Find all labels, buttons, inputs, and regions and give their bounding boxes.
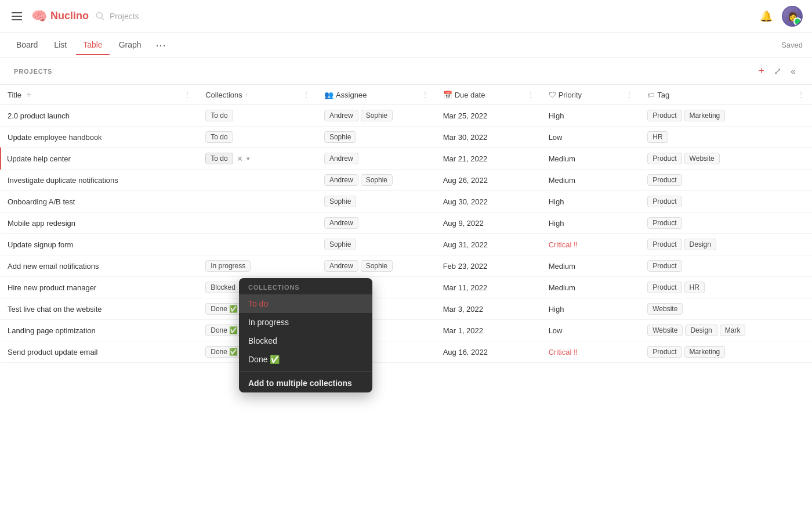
due-date-col-menu-icon[interactable]: ⋮	[527, 90, 535, 99]
tag-chip: Product	[647, 196, 682, 207]
due-date-col-icon: 📅	[443, 91, 452, 99]
row-title: Landing page optimization	[8, 326, 96, 335]
collection-cell[interactable]: To do	[198, 105, 317, 127]
collection-cell[interactable]	[198, 212, 317, 234]
title-cell[interactable]: Update help center	[1, 148, 198, 170]
dropdown-add-multiple[interactable]: Add to multiple collections	[239, 374, 372, 392]
title-cell[interactable]: Onboarding A/B test	[1, 191, 198, 212]
collection-cell[interactable]	[198, 170, 317, 191]
collection-cell[interactable]: To do	[198, 127, 317, 148]
priority-cell: Low	[542, 320, 641, 341]
priority-cell: Critical ‼	[542, 341, 641, 363]
user-avatar[interactable]: 👩	[782, 6, 803, 27]
assignee-cell[interactable]: AndrewSophie	[317, 105, 436, 127]
tag-cell[interactable]: ProductDesign	[640, 234, 812, 255]
assignee-chip: Sophie	[361, 110, 393, 121]
table-row: Onboarding A/B testSophieAug 30, 2022Hig…	[1, 191, 812, 212]
tag-cell[interactable]: ProductHR	[640, 277, 812, 298]
collection-cell[interactable]	[198, 234, 317, 255]
title-cell[interactable]: Hire new product manager	[1, 277, 198, 298]
assignee-chip: Sophie	[324, 239, 356, 250]
collections-sort-icon[interactable]: ↑	[245, 91, 248, 98]
tag-chip: Product	[647, 153, 682, 164]
tab-list[interactable]: List	[47, 35, 74, 55]
tag-cell[interactable]: WebsiteDesignMark	[640, 320, 812, 341]
collapse-button[interactable]: «	[788, 65, 798, 78]
table-row: 2.0 product launchTo doAndrewSophieMar 2…	[1, 105, 812, 127]
col-assignee: 👥 Assignee ⋮	[317, 85, 436, 105]
search-bar[interactable]: Projects	[96, 12, 139, 21]
tag-cell[interactable]: Product	[640, 170, 812, 191]
priority-cell: High	[542, 212, 641, 234]
title-cell[interactable]: Send product update email	[1, 341, 198, 363]
collection-badge: To do	[205, 110, 233, 121]
notification-bell-icon[interactable]: 🔔	[760, 10, 773, 23]
assignee-cell[interactable]: AndrewSophie	[317, 170, 436, 191]
collection-badge: Blocked	[205, 282, 241, 293]
collections-col-menu-icon[interactable]: ⋮	[302, 90, 310, 99]
add-item-button[interactable]: +	[756, 64, 767, 78]
tag-cell[interactable]: ProductWebsite	[640, 148, 812, 170]
assignee-cell[interactable]: Sophie	[317, 191, 436, 212]
title-cell[interactable]: 2.0 product launch	[1, 105, 198, 127]
tag-chip: Product	[647, 217, 682, 229]
tab-graph[interactable]: Graph	[112, 35, 148, 55]
col-title: Title + ⋮	[1, 85, 198, 105]
tag-cell[interactable]: ProductMarketing	[640, 341, 812, 363]
dropdown-header: COLLECTIONS	[239, 278, 372, 294]
title-cell[interactable]: Investigate duplicate notifications	[1, 170, 198, 191]
tag-chip: Product	[647, 110, 682, 121]
add-col-icon[interactable]: +	[26, 89, 31, 100]
projects-actions: + ⤢ «	[756, 64, 798, 78]
title-cell[interactable]: Landing page optimization	[1, 320, 198, 341]
assignee-cell[interactable]: AndrewSophie	[317, 255, 436, 277]
dropdown-item-done[interactable]: Done ✅	[239, 350, 372, 369]
tag-cell[interactable]: Website	[640, 298, 812, 320]
title-cell[interactable]: Mobile app redesign	[1, 212, 198, 234]
assignee-col-menu-icon[interactable]: ⋮	[421, 90, 429, 99]
tag-col-menu-icon[interactable]: ⋮	[797, 90, 805, 99]
assignee-cell[interactable]: Andrew	[317, 212, 436, 234]
collection-cell[interactable]: To do ✕ ▾	[198, 148, 317, 170]
tab-table[interactable]: Table	[76, 35, 109, 55]
assignee-chip: Andrew	[324, 260, 358, 272]
assignee-col-label: Assignee	[336, 91, 367, 99]
assignee-cell[interactable]: Sophie	[317, 127, 436, 148]
assignee-col-icon: 👥	[324, 91, 334, 99]
collection-cell[interactable]	[198, 191, 317, 212]
tab-more-button[interactable]: ⋯	[151, 38, 171, 53]
collection-dropdown-arrow[interactable]: ▾	[246, 155, 250, 163]
due-date-cell: Aug 30, 2022	[436, 191, 542, 212]
tab-board[interactable]: Board	[9, 35, 45, 55]
expand-button[interactable]: ⤢	[771, 64, 784, 78]
assignee-cell[interactable]: Andrew	[317, 148, 436, 170]
priority-cell: High	[542, 298, 641, 320]
dropdown-item-inprogress[interactable]: In progress	[239, 313, 372, 332]
tag-cell[interactable]: HR	[640, 127, 812, 148]
tag-col-label: Tag	[657, 91, 669, 99]
priority-value: Low	[549, 133, 563, 142]
title-cell[interactable]: Add new email notifications	[1, 255, 198, 277]
tag-cell[interactable]: Product	[640, 255, 812, 277]
title-col-menu-icon[interactable]: ⋮	[183, 90, 191, 99]
tag-cell[interactable]: ProductMarketing	[640, 105, 812, 127]
tag-chip: Product	[647, 239, 682, 250]
title-cell[interactable]: Test live chat on the website	[1, 298, 198, 320]
tag-cell[interactable]: Product	[640, 191, 812, 212]
priority-cell: Critical ‼	[542, 234, 641, 255]
title-cell[interactable]: Update employee handbook	[1, 127, 198, 148]
assignee-cell[interactable]: Sophie	[317, 234, 436, 255]
dropdown-item-blocked[interactable]: Blocked	[239, 332, 372, 350]
tag-chip: Product	[647, 260, 682, 272]
dropdown-item-todo[interactable]: To do	[239, 294, 372, 313]
table-row: Test live chat on the websiteDone ✅Sophi…	[1, 298, 812, 320]
priority-col-menu-icon[interactable]: ⋮	[625, 90, 633, 99]
row-title: Update signup form	[8, 240, 73, 249]
collection-cell[interactable]: In progress	[198, 255, 317, 277]
projects-section-label: PROJECTS	[14, 68, 52, 75]
row-title: Onboarding A/B test	[8, 197, 75, 206]
clear-collection-button[interactable]: ✕	[235, 154, 244, 163]
hamburger-button[interactable]	[9, 10, 24, 23]
tag-cell[interactable]: Product	[640, 212, 812, 234]
title-cell[interactable]: Update signup form	[1, 234, 198, 255]
